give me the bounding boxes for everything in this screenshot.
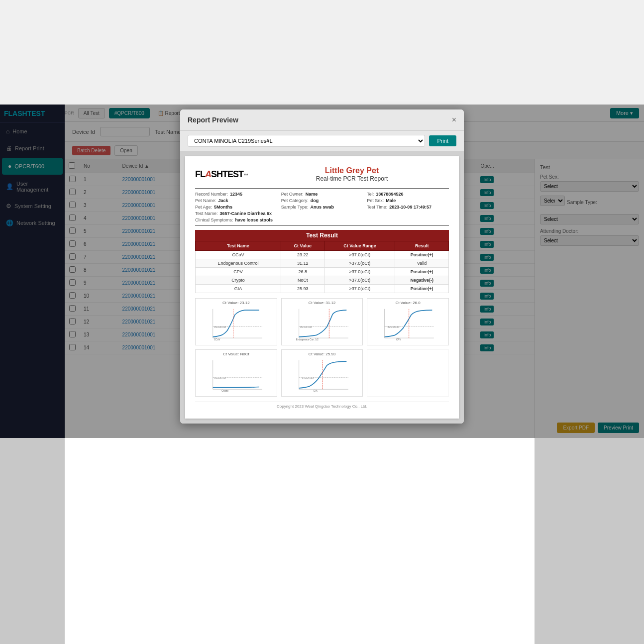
result-val: Valid [395, 259, 449, 268]
col-ct-range: Ct Value Range [324, 241, 395, 251]
result-val: Positive(+) [395, 268, 449, 276]
col-result: Result [395, 241, 449, 251]
chart-cpv: Ct Value: 26.0 threshold CPV [367, 298, 449, 345]
result-val: Negative(-) [395, 276, 449, 285]
print-button[interactable]: Print [429, 135, 456, 146]
charts-row-1: Ct Value: 23.12 threshold CCoV [195, 298, 449, 345]
result-row: CCoV 23.22 >37.0(oCt) Positive(+) [196, 251, 449, 259]
col-test-name: Test Name [196, 241, 281, 251]
result-ct: 25.93 [281, 285, 324, 293]
svg-text:Crypto: Crypto [221, 390, 228, 392]
modal-close-button[interactable]: × [452, 115, 456, 124]
result-range: >37.0(oCt) [324, 259, 395, 268]
result-ct: 26.8 [281, 268, 324, 276]
report-header: FLASHTEST™ Little Grey Pet Real-time PCR… [195, 166, 449, 182]
svg-text:threshold: threshold [300, 325, 312, 328]
endo-chart: threshold Endogenous Con. 1/2 [284, 306, 361, 341]
charts-row-2: Ct Value: NoCt threshold Crypto Ct Value… [195, 349, 449, 397]
modal-header: Report Preview × [180, 109, 464, 131]
info-pet-sex: Pet Sex: Male [367, 198, 449, 203]
printer-select[interactable]: CONTA MINOLIA C219Series#L [188, 135, 425, 147]
test-result-title: Test Result [195, 230, 449, 241]
gia-chart: threshold GIA [284, 357, 361, 392]
svg-text:GIA: GIA [314, 390, 318, 392]
result-row: Endogenous Control 31.12 >37.0(oCt) Vali… [196, 259, 449, 268]
pet-name-heading: Little Grey Pet [255, 166, 449, 175]
col-ct-value: Ct Value [281, 241, 324, 251]
chart-endogenous: Ct Value: 31.12 threshold Endogenous Con… [281, 298, 363, 345]
report-footer: Copyright 2023 Weal Qingdao Technology C… [195, 402, 449, 409]
result-ct: 23.22 [281, 251, 324, 259]
result-name: CCoV [196, 251, 281, 259]
modal-body[interactable]: FLASHTEST™ Little Grey Pet Real-time PCR… [180, 151, 464, 424]
svg-text:threshold: threshold [388, 325, 400, 328]
result-row: CPV 26.8 >37.0(oCt) Positive(+) [196, 268, 449, 276]
svg-text:Endogenous Con. 1/2: Endogenous Con. 1/2 [296, 338, 319, 341]
result-range: >37.0(oCt) [324, 285, 395, 293]
test-result-section: Test Result Test Name Ct Value Ct Value … [195, 230, 449, 293]
info-pet-name: Pet Name: Jack [195, 198, 277, 203]
result-ct: 31.12 [281, 259, 324, 268]
info-pet-owner: Pet Owner: Name [281, 192, 363, 197]
result-table: Test Name Ct Value Ct Value Range Result… [195, 241, 449, 293]
info-tel: Tel: 13678894526 [367, 192, 449, 197]
result-name: GIA [196, 285, 281, 293]
result-val: Positive(+) [395, 285, 449, 293]
svg-text:threshold: threshold [214, 377, 226, 380]
result-row: Crypto NoCt >37.0(oCt) Negative(-) [196, 276, 449, 285]
modal-toolbar: CONTA MINOLIA C219Series#L Print [180, 131, 464, 151]
result-range: >37.0(oCt) [324, 251, 395, 259]
info-sample-type: Sample Type: Anus swab [281, 205, 363, 210]
chart-placeholder [367, 349, 449, 397]
info-record: Record Number: 12345 [195, 192, 277, 197]
report-logo-block: FLASHTEST™ [195, 169, 255, 180]
svg-text:CCoV: CCoV [214, 338, 220, 341]
crypto-chart: threshold Crypto [198, 357, 275, 392]
result-name: CPV [196, 268, 281, 276]
flashtest-logo: FLASHTEST™ [195, 169, 255, 180]
info-test-time: Test Time: 2023-10-09 17:49:57 [367, 205, 449, 210]
svg-text:threshold: threshold [214, 325, 226, 328]
result-name: Crypto [196, 276, 281, 285]
chart-gia: Ct Value: 25.93 threshold GIA [281, 349, 363, 397]
chart-crypto: Ct Value: NoCt threshold Crypto [195, 349, 277, 397]
result-range: >37.0(oCt) [324, 268, 395, 276]
result-val: Positive(+) [395, 251, 449, 259]
result-range: >37.0(oCt) [324, 276, 395, 285]
info-pet-category: Pet Category: dog [281, 198, 363, 203]
report-info: Record Number: 12345 Pet Owner: Name Tel… [195, 188, 449, 226]
report-preview-modal: Report Preview × CONTA MINOLIA C219Serie… [180, 109, 464, 424]
result-ct: NoCt [281, 276, 324, 285]
svg-text:threshold: threshold [302, 377, 314, 380]
result-name: Endogenous Control [196, 259, 281, 268]
report-title-block: Little Grey Pet Real-time PCR Test Repor… [255, 166, 449, 182]
modal-overlay: Report Preview × CONTA MINOLIA C219Serie… [0, 105, 644, 438]
result-row: GIA 25.93 >37.0(oCt) Positive(+) [196, 285, 449, 293]
modal-title: Report Preview [188, 116, 238, 124]
info-clinical: Clinical Symptoms: have loose stools [195, 217, 449, 222]
cpv-chart: threshold CPV [369, 306, 446, 341]
chart-ccov: Ct Value: 23.12 threshold CCoV [195, 298, 277, 345]
report-subtitle: Real-time PCR Test Report [255, 175, 449, 182]
ccov-chart: threshold CCoV [198, 306, 275, 341]
info-pet-age: Pet Age: 5Months [195, 205, 277, 210]
info-test-name: Test Name: 3657-Canine Diarrhea 6x [195, 211, 363, 216]
report-page: FLASHTEST™ Little Grey Pet Real-time PCR… [185, 156, 459, 419]
svg-text:CPV: CPV [396, 338, 401, 341]
